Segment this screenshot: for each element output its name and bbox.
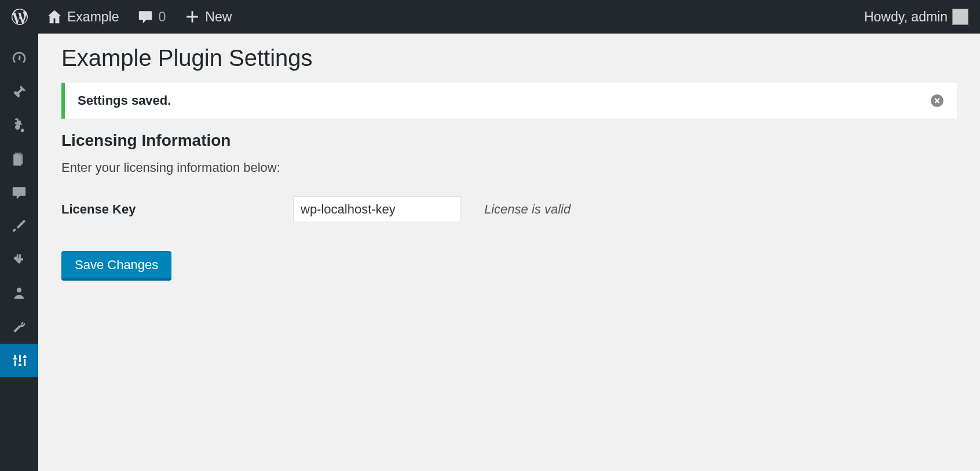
dashboard-icon (11, 50, 27, 67)
greeting-text: Howdy, admin (864, 9, 948, 25)
user-icon (11, 285, 27, 301)
new-content-link[interactable]: New (180, 9, 236, 25)
menu-users[interactable] (0, 277, 38, 310)
plus-icon (184, 9, 200, 25)
admin-bar: Example 0 New Howdy, admin (0, 0, 980, 34)
avatar (952, 9, 968, 25)
license-status-hint: License is valid (484, 202, 571, 217)
license-key-label: License Key (61, 202, 276, 217)
site-name-link[interactable]: Example (42, 9, 123, 25)
new-label: New (205, 9, 232, 25)
settings-saved-notice: Settings saved. (61, 83, 957, 119)
section-heading: Licensing Information (61, 131, 957, 150)
sliders-icon (11, 352, 27, 369)
menu-comments[interactable] (0, 176, 38, 209)
pages-icon (11, 151, 27, 167)
menu-plugins[interactable] (0, 243, 38, 277)
menu-dashboard[interactable] (0, 42, 38, 75)
plugin-icon (11, 252, 27, 268)
account-link[interactable]: Howdy, admin (860, 9, 973, 25)
wp-logo-menu[interactable] (7, 9, 32, 25)
brush-icon (11, 218, 27, 234)
admin-bar-left: Example 0 New (7, 9, 236, 25)
dismiss-notice-button[interactable] (930, 94, 944, 108)
media-icon (11, 117, 27, 134)
license-key-input[interactable] (293, 196, 461, 222)
menu-settings[interactable] (0, 344, 38, 377)
menu-tools[interactable] (0, 310, 38, 344)
license-key-row: License Key License is valid (61, 196, 957, 222)
comment-icon (137, 9, 153, 25)
notice-message: Settings saved. (78, 93, 171, 108)
admin-bar-right: Howdy, admin (860, 9, 973, 25)
form-table: License Key License is valid (61, 196, 957, 222)
menu-pages[interactable] (0, 142, 38, 176)
comments-link[interactable]: 0 (133, 9, 170, 25)
menu-media[interactable] (0, 109, 38, 142)
menu-appearance[interactable] (0, 209, 38, 243)
main-content: Example Plugin Settings Settings saved. … (38, 34, 980, 471)
comments-icon (11, 185, 27, 201)
menu-posts[interactable] (0, 75, 38, 109)
pin-icon (11, 84, 27, 100)
admin-menu (0, 34, 38, 471)
site-name-text: Example (67, 9, 119, 25)
section-description: Enter your licensing information below: (61, 160, 957, 175)
layout: Example Plugin Settings Settings saved. … (0, 34, 980, 471)
wrench-icon (11, 319, 27, 335)
page-title: Example Plugin Settings (61, 45, 957, 71)
wordpress-logo-icon (12, 9, 28, 25)
save-changes-button[interactable]: Save Changes (61, 251, 171, 280)
comment-count: 0 (158, 9, 166, 25)
home-icon (46, 9, 63, 25)
